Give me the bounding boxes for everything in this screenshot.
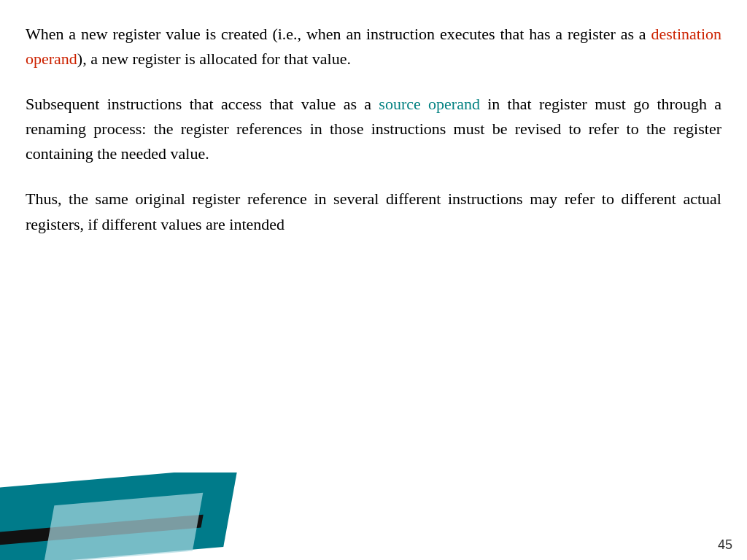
slide: When a new register value is created (i.… xyxy=(0,0,747,560)
bottom-decoration xyxy=(0,472,255,560)
para2-text1: Subsequent instructions that access that… xyxy=(26,95,379,113)
paragraph-2: Subsequent instructions that access that… xyxy=(26,92,721,166)
paragraph-3: Thus, the same original register referen… xyxy=(26,187,721,236)
page-number: 45 xyxy=(718,537,732,553)
source-operand-highlight: source operand xyxy=(379,95,480,113)
para1-text2: ), a new register is allocated for that … xyxy=(77,50,351,68)
para3-text1: Thus, the same original register referen… xyxy=(26,190,721,233)
paragraph-1: When a new register value is created (i.… xyxy=(26,22,721,71)
content-area: When a new register value is created (i.… xyxy=(26,22,721,472)
para1-text1: When a new register value is created (i.… xyxy=(26,25,651,43)
